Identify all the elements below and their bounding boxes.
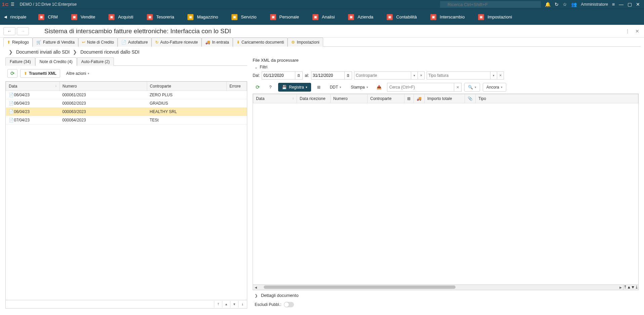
nav-item-servizio[interactable]: ▣Servizio	[225, 9, 263, 25]
scroll-right-icon[interactable]: ▶	[618, 285, 623, 290]
inner-tab-1[interactable]: Note di Credito (4)	[35, 57, 77, 66]
grid-action-button[interactable]: ⊞	[314, 83, 324, 92]
table-last-icon[interactable]: ⤓	[635, 285, 638, 290]
table-row[interactable]: 📄06/04/23000063/2023HEALTHY SRL	[6, 108, 247, 116]
col-r-icon2[interactable]: 🚚	[414, 94, 425, 103]
nav-item-personale[interactable]: ▣Personale	[263, 9, 306, 25]
col-r-data[interactable]: Data↓	[253, 94, 297, 103]
al-input[interactable]	[311, 71, 345, 80]
forward-button[interactable]: →	[17, 27, 29, 35]
col-r-numero[interactable]: Numero	[331, 94, 368, 103]
scroll-thumb[interactable]	[264, 285, 456, 289]
table-row[interactable]: 📄06/04/23000061/2023ZERO PLUS	[6, 91, 247, 99]
history-icon[interactable]: ↻	[555, 2, 559, 7]
app-logo: 1⊂	[2, 2, 9, 7]
users-icon[interactable]: 👥	[571, 2, 577, 7]
right-table-hscroll[interactable]: ◀ ▶ ⤒ ▲ ▼ ⤓	[253, 285, 639, 290]
section-tab-3[interactable]: 📄Autofatture	[118, 38, 152, 47]
section-tab-0[interactable]: ⬆Riepilogo	[3, 38, 33, 47]
dal-input[interactable]	[262, 71, 295, 80]
col-r-importo[interactable]: Importo totale	[425, 94, 465, 103]
table-up-icon[interactable]: ▲	[627, 285, 631, 290]
table-down-icon[interactable]: ▼	[631, 285, 635, 290]
nav-scroll-left-icon[interactable]: ◀	[3, 13, 8, 20]
col-numero[interactable]: Numero	[60, 82, 147, 91]
user-label[interactable]: Amministratore	[581, 2, 608, 7]
more-options-icon[interactable]: ⋮	[624, 27, 631, 35]
col-r-attach[interactable]: 📎	[465, 94, 476, 103]
maximize-icon[interactable]: ▢	[628, 2, 632, 7]
right-search-input[interactable]	[387, 83, 454, 92]
nav-item-magazzino[interactable]: ▣Magazzino	[181, 9, 225, 25]
nav-item-analisi[interactable]: ▣Analisi	[306, 9, 341, 25]
nav-item-acquisti[interactable]: ▣Acquisti	[102, 9, 140, 25]
favorites-icon[interactable]: ☆	[563, 2, 567, 7]
col-r-icon1[interactable]: ⊞	[404, 94, 414, 103]
other-actions-button[interactable]: Altre azioni ▾	[63, 69, 93, 78]
close-page-icon[interactable]: ✕	[634, 27, 641, 35]
search-dropdown-button[interactable]: 🔍 ▾	[464, 83, 480, 92]
chevron-down-icon: ▾	[367, 86, 368, 89]
global-search-input[interactable]	[440, 1, 541, 8]
export-button[interactable]: 📤	[374, 83, 384, 92]
col-r-tipo[interactable]: Tipo	[476, 94, 638, 103]
filters-toggle[interactable]: ⌄ Filtri	[253, 64, 639, 70]
scroll-left-icon[interactable]: ◀	[253, 285, 258, 290]
inner-tab-2[interactable]: Auto-Fatture (2)	[77, 57, 114, 66]
col-r-controparte[interactable]: Controparte	[368, 94, 404, 103]
section-tab-2[interactable]: ↩Note di Credito	[78, 38, 118, 47]
col-data[interactable]: Data↓	[6, 82, 60, 91]
transmit-xml-button[interactable]: ⬆ Trasmetti XML	[20, 69, 60, 78]
ancora-button[interactable]: Ancora ▾	[483, 83, 506, 92]
close-window-icon[interactable]: ✕	[636, 2, 640, 7]
controparte-input[interactable]	[354, 71, 411, 80]
nav-item-truncated[interactable]: rincipale	[10, 14, 26, 19]
dal-calendar-icon[interactable]: 🗓	[295, 71, 303, 80]
section-tab-6[interactable]: ⬇Caricamento documenti	[233, 38, 288, 47]
tipo-fattura-clear-icon[interactable]: ✕	[497, 71, 504, 80]
section-tab-4[interactable]: ↻Auto-Fatture ricevute	[152, 38, 202, 47]
nav-item-contabilità[interactable]: ▣Contabilità	[380, 9, 423, 25]
table-last-icon[interactable]: ⤓	[238, 301, 246, 308]
notifications-icon[interactable]: 🔔	[545, 2, 551, 7]
nav-item-impostazioni[interactable]: ▣Impostazioni	[471, 9, 519, 25]
table-row[interactable]: 📄07/04/23000064/2023TESt	[6, 116, 247, 124]
minimize-icon[interactable]: —	[619, 2, 624, 7]
settings-lines-icon[interactable]: ≡	[612, 2, 615, 7]
al-calendar-icon[interactable]: 🗓	[345, 71, 352, 80]
search-clear-icon[interactable]: ✕	[454, 83, 462, 92]
nav-item-crm[interactable]: ▣CRM	[32, 9, 65, 25]
stampa-button[interactable]: Stampa ▾	[347, 83, 371, 92]
help-button[interactable]: ?	[265, 83, 275, 92]
table-row[interactable]: 📄06/04/23000062/2023GRADIUS	[6, 99, 247, 108]
col-errore[interactable]: Errore	[227, 82, 247, 91]
controparte-dropdown-icon[interactable]: ▾	[411, 71, 418, 80]
hamburger-icon[interactable]: ☰	[11, 2, 14, 7]
escludi-toggle[interactable]	[284, 302, 294, 307]
section-tab-1[interactable]: 🛒Fatture di Vendita	[33, 38, 78, 47]
table-first-icon[interactable]: ⤒	[214, 301, 222, 308]
tipo-fattura-input[interactable]	[427, 71, 490, 80]
refresh-right-button[interactable]: ⟳	[253, 83, 263, 92]
section-tab-7[interactable]: ⚙Impostazioni	[288, 38, 323, 47]
section-tab-5[interactable]: 🚚In entrata	[202, 38, 233, 47]
back-button[interactable]: ←	[3, 27, 15, 35]
registra-button[interactable]: 💾 Registra ▾	[278, 83, 311, 92]
table-up-icon[interactable]: ▲	[222, 301, 230, 308]
inner-tab-0[interactable]: Fatture (34)	[5, 57, 35, 66]
nav-item-vendite[interactable]: ▣Vendite	[65, 9, 102, 25]
col-controparte[interactable]: Controparte	[147, 82, 227, 91]
tipo-fattura-dropdown-icon[interactable]: ▾	[490, 71, 497, 80]
ddt-button[interactable]: DDT ▾	[327, 83, 345, 92]
table-down-icon[interactable]: ▼	[230, 301, 238, 308]
breadcrumb-received[interactable]: Documenti ricevuti dallo SDI	[80, 49, 139, 55]
details-toggle[interactable]: ❯ Dettagli documento	[253, 290, 639, 301]
nav-item-tesoreria[interactable]: ▣Tesoreria	[140, 9, 181, 25]
refresh-button[interactable]: ⟳	[7, 69, 17, 78]
col-r-ricezione[interactable]: Data ricezione	[297, 94, 331, 103]
nav-item-azienda[interactable]: ▣Azienda	[341, 9, 380, 25]
table-first-icon[interactable]: ⤒	[623, 285, 627, 290]
breadcrumb-sent[interactable]: Documenti inviati allo SDI	[16, 49, 70, 55]
nav-item-interscambio[interactable]: ▣Interscambio	[424, 9, 471, 25]
controparte-clear-icon[interactable]: ✕	[418, 71, 425, 80]
